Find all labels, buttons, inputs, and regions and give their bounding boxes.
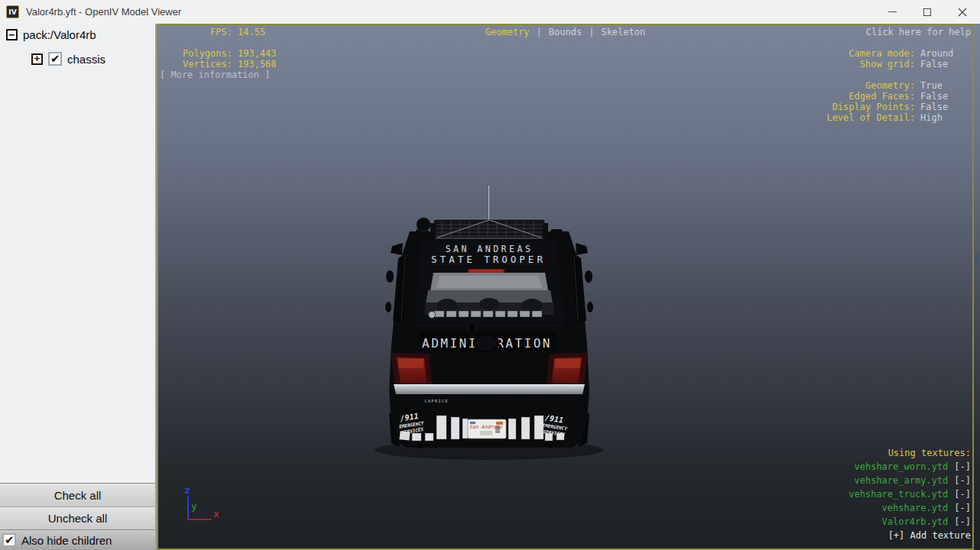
model-tree-panel: pack:/Valor4rb chassis Check all Uncheck… <box>0 24 157 550</box>
app-icon: IV <box>6 5 19 18</box>
uncheck-all-button[interactable]: Uncheck all <box>0 506 155 529</box>
axis-gizmo: z y x <box>184 484 219 520</box>
scrollbar-thumb[interactable] <box>975 254 979 265</box>
tab-bounds[interactable]: Bounds <box>549 27 582 37</box>
minimize-icon <box>888 11 897 12</box>
minimize-button[interactable] <box>875 0 910 24</box>
chassis-checkbox[interactable] <box>48 52 62 66</box>
maximize-icon <box>923 8 931 16</box>
texture-name: vehshare_army.ytd <box>854 474 948 487</box>
setting-camera-mode[interactable]: Camera mode: Around <box>826 48 971 59</box>
collapse-icon[interactable] <box>6 29 18 40</box>
also-hide-children-checkbox[interactable] <box>2 533 16 547</box>
vertices-value: 193,568 <box>238 59 277 70</box>
polygons-label: Polygons: <box>160 48 232 59</box>
tab-geometry[interactable]: Geometry <box>485 27 530 37</box>
tree-node-chassis[interactable]: chassis <box>31 52 105 66</box>
setting-level-of-detail[interactable]: Level of Detail: High <box>826 112 971 123</box>
tree-root-label: pack:/Valor4rb <box>23 28 96 41</box>
texture-row: vehshare_worn.ytd [-] <box>849 460 971 474</box>
model-viewport[interactable]: SAN ANDREAS STATE TROOPER <box>157 24 974 550</box>
texture-name: Valor4rb.ytd <box>882 515 949 529</box>
check-all-button[interactable]: Check all <box>0 483 155 506</box>
texture-row: vehshare_truck.ytd [-] <box>849 487 971 501</box>
close-icon <box>958 8 967 17</box>
axis-z-label: z <box>184 484 190 496</box>
tree-root-pack[interactable]: pack:/Valor4rb <box>6 28 96 41</box>
texture-row: vehshare.ytd [-] <box>849 501 971 515</box>
remove-texture-button[interactable]: [-] <box>954 460 971 474</box>
texture-list: Using textures: vehshare_worn.ytd [-] ve… <box>849 446 971 542</box>
left-mirror <box>391 243 403 255</box>
setting-display-points[interactable]: Display Points: False <box>826 102 971 112</box>
maximize-button[interactable] <box>910 0 945 24</box>
right-edge-strip <box>974 24 980 550</box>
window-title: Valor4rb.yft - OpenIV Model Viewer <box>26 6 181 18</box>
help-link[interactable]: Click here for help <box>826 27 971 37</box>
add-texture-button[interactable]: [+] Add texture <box>849 529 971 542</box>
also-hide-children-label: Also hide children <box>21 534 112 547</box>
remove-texture-button[interactable]: [-] <box>954 501 971 515</box>
viewer-settings: Click here for help Camera mode: Around … <box>826 27 971 123</box>
tab-separator: | <box>589 27 594 37</box>
texture-name: vehshare_worn.ytd <box>854 460 948 474</box>
axis-x-label: x <box>213 508 219 519</box>
texture-name: vehshare_truck.ytd <box>849 487 948 501</box>
polygons-value: 193,443 <box>238 48 277 59</box>
title-bar: IV Valor4rb.yft - OpenIV Model Viewer <box>0 0 980 24</box>
tab-skeleton[interactable]: Skeleton <box>601 27 645 37</box>
remove-texture-button[interactable]: [-] <box>954 474 971 487</box>
vertices-label: Vertices: <box>160 59 232 70</box>
axis-y-label: y <box>191 500 197 512</box>
right-mirror <box>576 243 588 255</box>
setting-geometry[interactable]: Geometry: True <box>826 80 971 91</box>
expand-icon[interactable] <box>31 53 43 65</box>
setting-edged-faces[interactable]: Edged Faces: False <box>826 91 971 102</box>
textures-title: Using textures: <box>849 446 971 460</box>
license-plate: San Andreas <box>468 419 506 438</box>
badge-text: CAPRICE <box>424 399 449 403</box>
more-information-link[interactable]: [ More information ] <box>160 70 277 80</box>
texture-row: Valor4rb.ytd [-] <box>849 515 971 529</box>
also-hide-children-row[interactable]: Also hide children <box>0 529 155 550</box>
tab-separator: | <box>537 27 542 37</box>
remove-texture-button[interactable]: [-] <box>954 515 971 529</box>
tree-node-label: chassis <box>67 53 105 66</box>
texture-name: vehshare.ytd <box>882 501 949 515</box>
light-bar <box>416 219 563 238</box>
texture-row: vehshare_army.ytd [-] <box>849 474 971 487</box>
rear-window-text-line2: STATE TROOPER <box>431 254 546 265</box>
setting-show-grid[interactable]: Show grid: False <box>826 59 971 70</box>
close-button[interactable] <box>945 0 980 24</box>
remove-texture-button[interactable]: [-] <box>954 487 971 501</box>
app-window: IV Valor4rb.yft - OpenIV Model Viewer pa… <box>0 0 980 550</box>
rear-window-text-line1: SAN ANDREAS <box>446 244 534 254</box>
car-model: SAN ANDREAS STATE TROOPER <box>375 186 604 460</box>
